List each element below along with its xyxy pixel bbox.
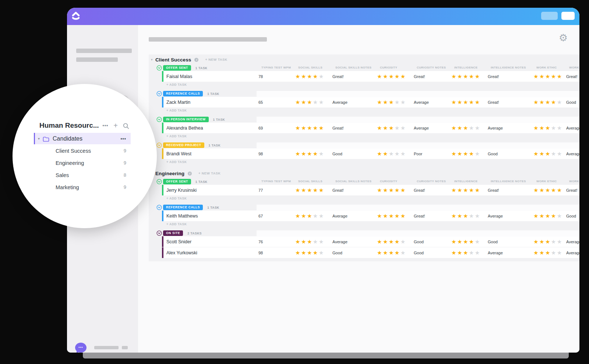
social-skills-rating[interactable]: ★★★★★ [295,187,332,193]
task-row[interactable]: Alexandra Bethea69★★★★★Great!★★★★★Averag… [162,123,579,133]
work-ethic-rating[interactable]: ★★★★★ [533,99,566,105]
curiosity-rating[interactable]: ★★★★★ [377,239,414,244]
intelligence-notes-cell[interactable]: Great! [488,100,533,105]
social-skills-rating[interactable]: ★★★★★ [295,151,332,156]
social-skills-rating[interactable]: ★★★★★ [295,125,332,131]
group-collapse-icon[interactable] [156,179,162,184]
intelligence-notes-cell[interactable]: Average [488,251,533,255]
status-badge[interactable]: REFERENCE CALLS [163,205,203,210]
settings-gear-icon[interactable]: ⚙ [559,33,568,43]
group-collapse-icon[interactable] [156,142,162,148]
task-name[interactable]: Keith Matthews [163,213,258,219]
status-badge[interactable]: IN PERSON INTERVIEW [163,117,209,122]
work-ethic-notes-cell[interactable]: Great! [566,188,579,192]
curiosity-notes-cell[interactable]: Great! [414,188,451,192]
social-skills-notes-cell[interactable]: Good [332,152,377,156]
work-ethic-rating[interactable]: ★★★★★ [533,125,566,131]
typing-test-wpm-cell[interactable]: 67 [258,214,295,218]
intelligence-notes-cell[interactable]: Great! [488,188,533,192]
intelligence-rating[interactable]: ★★★★★ [451,239,488,244]
column-header[interactable]: CURIOSITY [380,66,417,69]
typing-test-wpm-cell[interactable]: 65 [258,100,295,105]
add-task-button[interactable]: + ADD TASK [166,160,579,165]
column-header[interactable]: SOCIAL SKILLS NOTES [335,180,380,183]
work-ethic-notes-cell[interactable]: Average [566,251,579,255]
task-row[interactable]: Keith Matthews67★★★★★Average★★★★★Great!★… [162,211,579,221]
curiosity-notes-cell[interactable]: Good [414,251,451,255]
work-ethic-rating[interactable]: ★★★★★ [533,187,566,193]
work-ethic-rating[interactable]: ★★★★★ [533,250,566,255]
column-header[interactable]: INTELLIGENCE [454,66,491,69]
info-icon[interactable]: i [194,58,198,62]
curiosity-rating[interactable]: ★★★★★ [377,74,414,79]
sidebar-item-candidates[interactable]: ▾ Candidates ••• [34,133,131,144]
add-task-button[interactable]: + ADD TASK [166,222,579,227]
group-collapse-icon[interactable] [156,205,162,210]
typing-test-wpm-cell[interactable]: 98 [258,251,295,255]
typing-test-wpm-cell[interactable]: 76 [258,240,295,244]
intelligence-rating[interactable]: ★★★★★ [451,99,488,105]
work-ethic-rating[interactable]: ★★★★★ [533,74,566,79]
info-icon[interactable]: i [188,172,192,176]
social-skills-rating[interactable]: ★★★★★ [295,99,332,105]
intelligence-notes-cell[interactable]: Good [488,240,533,244]
curiosity-notes-cell[interactable]: Great! [414,74,451,79]
intelligence-rating[interactable]: ★★★★★ [451,187,488,193]
column-header[interactable]: WORK ETHIC [536,180,569,183]
work-ethic-notes-cell[interactable]: Good [566,214,579,218]
status-badge[interactable]: REFERENCE CALLS [163,91,203,96]
social-skills-notes-cell[interactable]: Great! [332,188,377,192]
add-task-button[interactable]: + ADD TASK [166,197,579,201]
column-header[interactable]: WORK ETHIC NOTES [569,180,579,183]
typing-test-wpm-cell[interactable]: 98 [258,152,295,156]
search-icon[interactable] [123,123,129,129]
workspace-menu-icon[interactable]: ••• [103,123,109,128]
task-row[interactable]: Zack Martin65★★★★★Average★★★★★Average★★★… [162,97,579,107]
intelligence-notes-cell[interactable]: Average [488,126,533,130]
column-header[interactable]: WORK ETHIC [536,66,569,69]
social-skills-notes-cell[interactable]: Average [332,240,377,244]
curiosity-rating[interactable]: ★★★★★ [377,250,414,255]
task-name[interactable]: Alex Yurkowski [163,250,258,255]
work-ethic-notes-cell[interactable]: Good [566,100,579,105]
column-header[interactable]: SOCIAL SKILLS [298,66,335,69]
intelligence-rating[interactable]: ★★★★★ [451,74,488,79]
task-name[interactable]: Brandi West [163,151,258,156]
task-row[interactable]: Scott Snider76★★★★★Average★★★★★Good★★★★★… [162,236,579,247]
curiosity-notes-cell[interactable]: Average [414,126,451,130]
column-header[interactable]: WORK ETHIC NOTES [569,66,579,69]
typing-test-wpm-cell[interactable]: 78 [258,74,295,79]
sidebar-item-engineering[interactable]: Engineering 9 [56,159,126,166]
social-skills-notes-cell[interactable]: Average [332,100,377,105]
social-skills-notes-cell[interactable]: Good [332,251,377,255]
curiosity-notes-cell[interactable]: Good [414,240,451,244]
column-header[interactable]: CURIOSITY [380,180,417,183]
intelligence-notes-cell[interactable]: Great! [488,74,533,79]
intelligence-notes-cell[interactable]: Average [488,214,533,218]
clickup-logo-icon[interactable] [70,11,81,22]
social-skills-rating[interactable]: ★★★★★ [295,213,332,219]
column-header[interactable]: SOCIAL SKILLS NOTES [335,66,380,69]
task-row[interactable]: Alex Yurkowski98★★★★★Good★★★★★Good★★★★★A… [162,247,579,258]
add-task-button[interactable]: + ADD TASK [166,134,579,139]
curiosity-rating[interactable]: ★★★★★ [377,213,414,219]
work-ethic-rating[interactable]: ★★★★★ [533,213,566,219]
topbar-ghost-button[interactable] [541,12,558,20]
column-header[interactable]: INTELLIGENCE NOTES [491,180,536,183]
work-ethic-rating[interactable]: ★★★★★ [533,151,566,156]
social-skills-rating[interactable]: ★★★★★ [295,239,332,244]
new-task-button[interactable]: + NEW TASK [205,58,227,61]
new-task-button[interactable]: + NEW TASK [198,172,221,175]
add-icon[interactable]: + [113,121,118,130]
work-ethic-notes-cell[interactable]: Average [566,126,579,130]
intelligence-rating[interactable]: ★★★★★ [451,151,488,156]
column-header[interactable]: SOCIAL SKILLS [298,180,335,183]
status-badge[interactable]: RECEIVED PROJECT [163,142,204,148]
group-collapse-icon[interactable] [156,65,162,71]
work-ethic-rating[interactable]: ★★★★★ [533,239,566,244]
status-badge[interactable]: OFFER SENT [163,179,191,184]
column-header[interactable]: INTELLIGENCE [454,180,491,183]
group-collapse-icon[interactable] [156,91,162,96]
intelligence-notes-cell[interactable]: Good [488,152,533,156]
caret-down-icon[interactable]: ▾ [151,58,155,61]
